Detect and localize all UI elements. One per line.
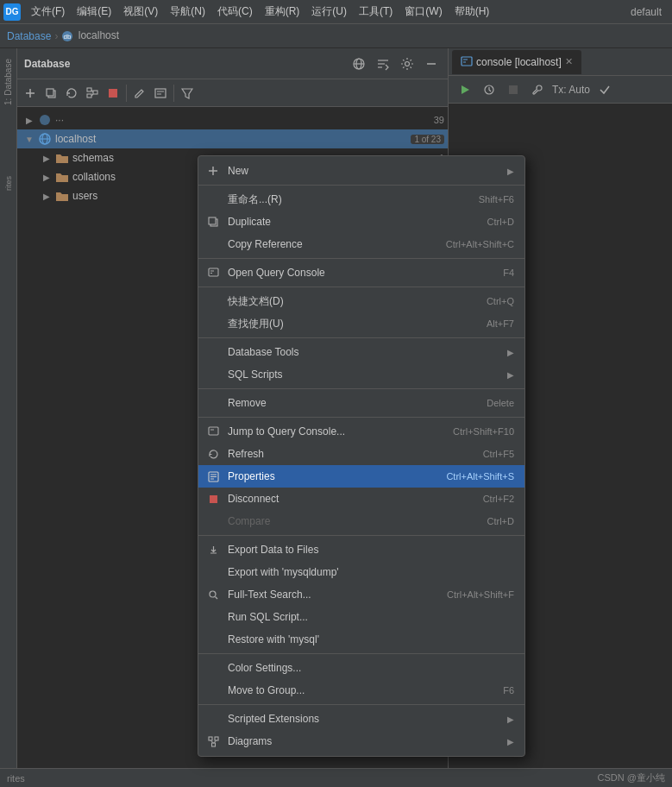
- cm-item-refresh[interactable]: Refresh Ctrl+F5: [198, 443, 524, 465]
- cm-item-colorsettings[interactable]: Color Settings...: [198, 657, 524, 679]
- cm-item-rename[interactable]: 重命名...(R) Shift+F6: [198, 188, 524, 211]
- tree-arrow-collations: ▶: [41, 172, 52, 182]
- add-icon-btn[interactable]: [21, 84, 40, 103]
- cm-item-runsql[interactable]: Run SQL Script...: [198, 606, 524, 628]
- tree-item-localhost[interactable]: ▼ localhost 1 of 23: [17, 129, 448, 148]
- svg-rect-19: [109, 89, 117, 98]
- stop2-icon-btn[interactable]: [504, 80, 523, 99]
- sidebar-strip: 1: Database rites: [0, 48, 17, 787]
- bottom-right-label: CSDN @童小纯: [598, 771, 665, 784]
- folder-icon-collations: [55, 170, 69, 184]
- cm-label-runsql: Run SQL Script...: [228, 611, 514, 623]
- cm-item-properties[interactable]: Properties Ctrl+Alt+Shift+S: [198, 465, 524, 488]
- menu-file[interactable]: 文件(F): [26, 3, 70, 21]
- stop-icon-btn[interactable]: [104, 84, 122, 103]
- breadcrumb-localhost: localhost: [79, 29, 119, 41]
- settings-icon-btn[interactable]: [398, 54, 417, 73]
- cm-item-duplicate[interactable]: Duplicate Ctrl+D: [198, 211, 524, 233]
- edit-icon-btn[interactable]: [130, 84, 149, 103]
- add-icon: [24, 87, 36, 99]
- menu-code[interactable]: 代码(C): [212, 3, 258, 21]
- db-panel-title: Database: [24, 58, 344, 70]
- tools-icon-btn[interactable]: [528, 80, 547, 99]
- console-tab-localhost[interactable]: console [localhost] ✕: [452, 50, 581, 74]
- filter-icon: [181, 87, 193, 99]
- svg-rect-14: [87, 88, 91, 91]
- refresh-icon-btn[interactable]: [62, 84, 81, 103]
- cm-properties-icon: [205, 469, 221, 484]
- svg-marker-23: [182, 89, 192, 98]
- cm-arrow-sqlscripts: ▶: [507, 370, 514, 380]
- menu-help[interactable]: 帮助(H): [449, 3, 495, 21]
- cm-item-copy-ref[interactable]: Copy Reference Ctrl+Alt+Shift+C: [198, 233, 524, 255]
- cm-shortcut-disconnect: Ctrl+F2: [483, 494, 514, 504]
- cm-sep-1: [198, 185, 524, 186]
- menu-run[interactable]: 运行(U): [306, 3, 352, 21]
- copy-icon-btn[interactable]: [41, 84, 60, 103]
- cm-item-export[interactable]: Export Data to Files: [198, 538, 524, 561]
- cm-item-new[interactable]: New ▶: [198, 160, 524, 182]
- svg-rect-37: [209, 217, 216, 224]
- cm-item-compare: Compare Ctrl+D: [198, 510, 524, 532]
- menu-nav[interactable]: 导航(N): [165, 3, 210, 21]
- schema-icon-btn[interactable]: [83, 84, 102, 103]
- search-icon: [208, 589, 219, 601]
- sort-icon-btn[interactable]: [374, 54, 393, 73]
- tree-badge-localhost: 1 of 23: [411, 135, 444, 144]
- menu-window[interactable]: 窗口(W): [399, 3, 447, 21]
- check-icon: [599, 84, 611, 96]
- cm-sep-5: [198, 388, 524, 389]
- cm-item-mysqldump[interactable]: Export with 'mysqldump': [198, 561, 524, 583]
- cm-shortcut-quickdoc: Ctrl+Q: [487, 296, 514, 306]
- cm-sep-2: [198, 258, 524, 259]
- console-tabs: console [localhost] ✕: [449, 48, 672, 76]
- cm-item-movegroup[interactable]: Move to Group... F6: [198, 679, 524, 702]
- db-panel-header: Database: [17, 48, 448, 79]
- console-tab-close[interactable]: ✕: [565, 56, 573, 67]
- svg-rect-15: [87, 94, 91, 98]
- cm-label-findusage: 查找使用(U): [228, 317, 480, 331]
- breadcrumb-database[interactable]: Database: [7, 30, 51, 42]
- cm-item-findusage[interactable]: 查找使用(U) Alt+F7: [198, 312, 524, 335]
- menu-edit[interactable]: 编辑(E): [72, 3, 116, 21]
- tree-item-unknown[interactable]: ▶ ··· 39: [17, 110, 448, 129]
- new-icon: [207, 165, 219, 177]
- cm-item-disconnect[interactable]: Disconnect Ctrl+F2: [198, 488, 524, 510]
- breadcrumb-item[interactable]: db localhost: [61, 29, 119, 42]
- cm-item-jumpquery[interactable]: Jump to Query Console... Ctrl+Shift+F10: [198, 420, 524, 443]
- stop2-icon: [507, 84, 519, 96]
- ddl-icon: [154, 87, 166, 99]
- svg-marker-31: [462, 85, 469, 94]
- tx-label: Tx: Auto: [552, 84, 590, 96]
- menu-view[interactable]: 视图(V): [118, 3, 163, 21]
- cm-sep-8: [198, 653, 524, 654]
- cm-item-sqlscripts[interactable]: SQL Scripts ▶: [198, 363, 524, 386]
- run-icon-btn[interactable]: [455, 80, 474, 99]
- cm-restore-icon: [205, 632, 221, 647]
- export-icon: [208, 545, 219, 556]
- cm-shortcut-remove: Delete: [487, 398, 514, 408]
- cm-item-diagrams[interactable]: Diagrams ▶: [198, 730, 524, 752]
- cm-item-quickdoc[interactable]: 快捷文档(D) Ctrl+Q: [198, 290, 524, 312]
- filter-icon-btn[interactable]: [178, 84, 197, 103]
- svg-rect-33: [509, 85, 518, 94]
- cm-item-restore[interactable]: Restore with 'mysql': [198, 628, 524, 651]
- minimize-icon-btn[interactable]: [422, 54, 441, 73]
- cm-item-query[interactable]: Open Query Console F4: [198, 261, 524, 284]
- cm-shortcut-movegroup: F6: [503, 685, 514, 696]
- cm-copyref-icon: [205, 236, 221, 252]
- cm-item-remove[interactable]: Remove Delete: [198, 392, 524, 414]
- bottom-bar: rites CSDN @童小纯: [0, 768, 672, 787]
- menu-refactor[interactable]: 重构(R): [260, 3, 305, 21]
- tx-check-btn[interactable]: [595, 80, 614, 99]
- cm-item-scripted[interactable]: Scripted Extensions ▶: [198, 708, 524, 730]
- menu-tools[interactable]: 工具(T): [354, 3, 398, 21]
- history-icon-btn[interactable]: [480, 80, 499, 99]
- cm-disconnect-icon: [205, 491, 221, 507]
- db-toolbar: [17, 79, 448, 107]
- cm-item-fulltext[interactable]: Full-Text Search... Ctrl+Alt+Shift+F: [198, 583, 524, 606]
- globe-icon-btn[interactable]: [349, 54, 368, 73]
- svg-rect-47: [210, 495, 217, 503]
- image-icon-btn[interactable]: [151, 84, 170, 103]
- cm-item-dbtools[interactable]: Database Tools ▶: [198, 341, 524, 363]
